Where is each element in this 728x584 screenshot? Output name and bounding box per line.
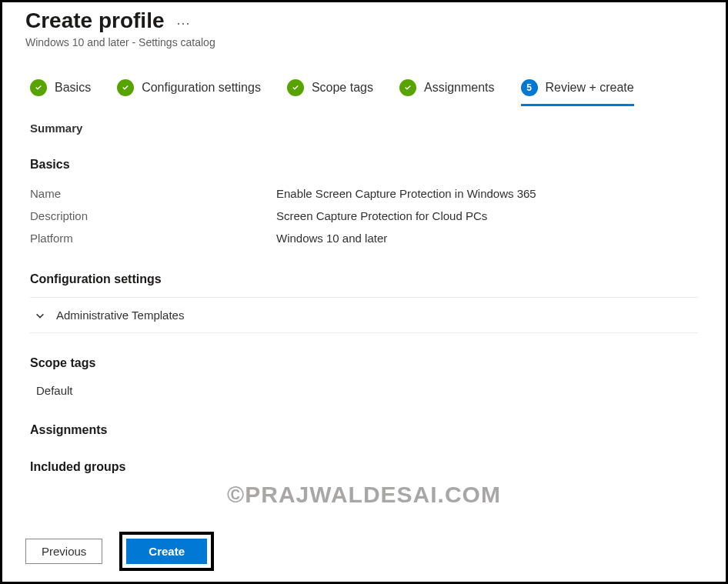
page-subtitle: Windows 10 and later - Settings catalog	[25, 36, 703, 48]
step-label: Review + create	[546, 81, 634, 95]
scope-tags-heading: Scope tags	[30, 356, 698, 370]
basics-row-description: Description Screen Capture Protection fo…	[30, 205, 698, 227]
field-label: Description	[30, 209, 276, 222]
page-title: Create profile	[25, 8, 165, 33]
step-label: Basics	[55, 81, 91, 95]
chevron-down-icon	[35, 310, 45, 321]
step-basics[interactable]: Basics	[30, 79, 91, 106]
create-button-highlight: Create	[119, 532, 214, 571]
watermark: ©PRAJWALDESAI.COM	[227, 482, 501, 508]
scope-tag-value: Default	[30, 381, 698, 400]
field-value: Screen Capture Protection for Cloud PCs	[276, 209, 487, 222]
basics-heading: Basics	[30, 158, 698, 172]
check-icon	[117, 79, 134, 96]
config-settings-heading: Configuration settings	[30, 272, 698, 286]
step-label: Assignments	[424, 81, 495, 95]
assignments-heading: Assignments	[30, 423, 698, 437]
field-value: Enable Screen Capture Protection in Wind…	[276, 187, 536, 200]
create-button[interactable]: Create	[126, 539, 207, 564]
basics-row-platform: Platform Windows 10 and later	[30, 227, 698, 249]
admin-templates-expander[interactable]: Administrative Templates	[30, 298, 698, 332]
expander-label: Administrative Templates	[56, 309, 184, 322]
check-icon	[287, 79, 304, 96]
step-label: Scope tags	[312, 81, 373, 95]
step-label: Configuration settings	[142, 81, 261, 95]
step-assignments[interactable]: Assignments	[399, 79, 495, 106]
step-config-settings[interactable]: Configuration settings	[117, 79, 261, 106]
step-scope-tags[interactable]: Scope tags	[287, 79, 373, 106]
basics-row-name: Name Enable Screen Capture Protection in…	[30, 182, 698, 205]
more-actions-icon[interactable]: ···	[177, 15, 191, 32]
step-number-icon: 5	[521, 79, 538, 96]
field-value: Windows 10 and later	[276, 232, 387, 245]
step-review-create[interactable]: 5 Review + create	[521, 79, 634, 106]
included-groups-heading: Included groups	[30, 460, 698, 474]
summary-heading: Summary	[30, 122, 698, 135]
field-label: Platform	[30, 232, 276, 245]
previous-button[interactable]: Previous	[25, 539, 102, 564]
check-icon	[399, 79, 416, 96]
wizard-steps: Basics Configuration settings Scope tags…	[2, 48, 726, 114]
check-icon	[30, 79, 47, 96]
field-label: Name	[30, 187, 276, 200]
